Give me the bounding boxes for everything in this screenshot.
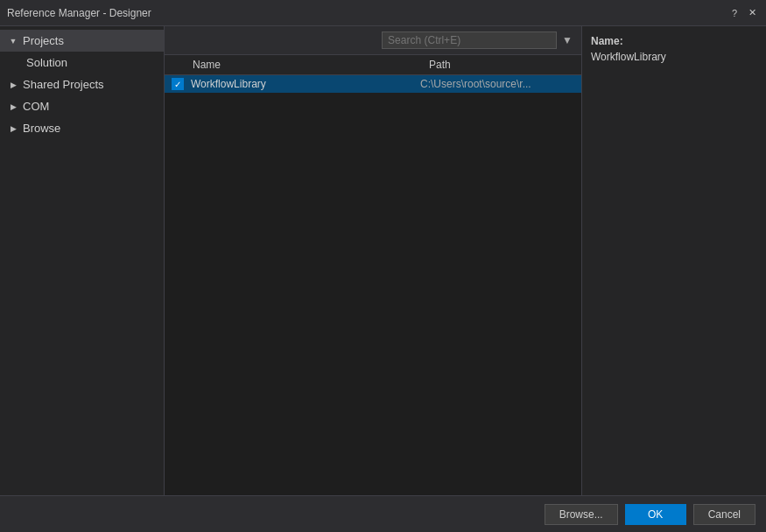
row-checkbox[interactable]: ✓ xyxy=(172,78,184,90)
search-input-wrapper xyxy=(382,32,557,49)
content-panel: ▼ Name Path ✓ WorkflowLibrary C:\Users\r… xyxy=(165,26,582,495)
cancel-button[interactable]: Cancel xyxy=(693,504,755,525)
details-panel: Name: WorkflowLibrary xyxy=(582,26,766,495)
sidebar: ▼ Projects Solution ▶ Shared Projects ▶ … xyxy=(0,26,165,495)
chevron-right-icon-com: ▶ xyxy=(7,101,19,113)
col-header-name: Name xyxy=(193,59,429,71)
sidebar-item-solution[interactable]: Solution xyxy=(0,52,164,74)
row-name: WorkflowLibrary xyxy=(191,78,420,90)
title-bar-controls: ? ✕ xyxy=(727,6,759,20)
sidebar-item-projects[interactable]: ▼ Projects xyxy=(0,30,164,52)
sidebar-item-com-label: COM xyxy=(23,100,49,113)
details-name-value: WorkflowLibrary xyxy=(591,51,757,63)
search-input[interactable] xyxy=(388,34,551,46)
row-path: C:\Users\root\source\r... xyxy=(420,78,574,90)
close-button[interactable]: ✕ xyxy=(745,6,759,20)
col-header-check xyxy=(172,59,193,71)
sidebar-item-browse-label: Browse xyxy=(23,122,60,135)
main-container: ▼ Projects Solution ▶ Shared Projects ▶ … xyxy=(0,26,766,532)
help-button[interactable]: ? xyxy=(727,6,741,20)
sidebar-item-com[interactable]: ▶ COM xyxy=(0,95,164,117)
title-bar-title: Reference Manager - Designer xyxy=(7,7,151,19)
content-area: ▼ Projects Solution ▶ Shared Projects ▶ … xyxy=(0,26,766,495)
chevron-right-icon-browse: ▶ xyxy=(7,122,19,135)
table-header: Name Path xyxy=(165,55,581,75)
chevron-right-icon: ▶ xyxy=(7,79,19,91)
col-header-path: Path xyxy=(429,59,574,71)
sidebar-item-solution-label: Solution xyxy=(26,56,67,69)
sidebar-item-projects-label: Projects xyxy=(23,34,64,47)
details-name-label: Name: xyxy=(591,35,757,47)
title-bar: Reference Manager - Designer ? ✕ xyxy=(0,0,766,26)
sidebar-item-shared-projects[interactable]: ▶ Shared Projects xyxy=(0,74,164,95)
browse-button[interactable]: Browse... xyxy=(545,504,618,525)
sidebar-item-shared-projects-label: Shared Projects xyxy=(23,78,104,91)
sidebar-item-browse[interactable]: ▶ Browse xyxy=(0,117,164,139)
table-body: ✓ WorkflowLibrary C:\Users\root\source\r… xyxy=(165,75,581,495)
footer: Browse... OK Cancel xyxy=(0,495,766,532)
search-dropdown-button[interactable]: ▼ xyxy=(560,34,574,46)
chevron-down-icon: ▼ xyxy=(7,35,19,47)
table-row[interactable]: ✓ WorkflowLibrary C:\Users\root\source\r… xyxy=(165,75,581,93)
ok-button[interactable]: OK xyxy=(625,504,686,525)
search-bar: ▼ xyxy=(165,26,581,55)
